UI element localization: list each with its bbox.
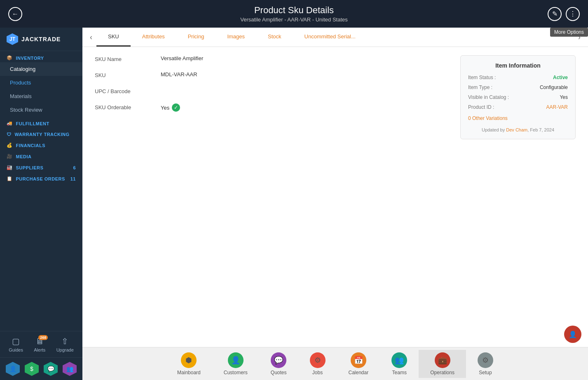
more-options-tooltip: More Options [550,28,588,37]
alerts-button[interactable]: 268 🖥 Alerts [34,337,45,352]
sku-value: MDL-VAR-AAR [161,71,197,77]
sidebar-item-cataloging[interactable]: Cataloging [0,62,82,76]
person-icon[interactable]: 👤 [6,362,20,376]
nav-customers[interactable]: 👤 Customers [212,350,259,378]
chat-icon[interactable]: 💬 [44,362,58,376]
alerts-badge: 268 [38,335,48,340]
logo-text: JACKTRADE [21,36,61,42]
customers-label: Customers [224,370,248,375]
sku-name-value: Versatile Amplifier [161,55,203,61]
content-area: ‹ SKU Attributes Pricing Images Stock Un… [82,28,588,380]
suppliers-icon: 🏭 [7,165,13,170]
sku-label: SKU [95,71,161,78]
form-content: SKU Name Versatile Amplifier SKU MDL-VAR… [82,47,588,347]
more-icon: ⋮ [569,10,576,18]
product-id-value[interactable]: AAR-VAR [546,104,568,110]
item-info-card: Item Information Item Status : Active It… [460,55,576,139]
purchase-orders-label: Purchase Orders [16,176,65,181]
sidebar-item-fulfillment[interactable]: 🚚 Fulfillment [0,117,82,128]
customers-icon: 👤 [228,352,244,368]
sidebar-item-financials[interactable]: 💰 Financials [0,138,82,150]
sku-orderable-label: SKU Orderable [95,103,161,110]
sidebar-item-stock-review[interactable]: Stock Review [0,103,82,117]
media-icon: 🎥 [7,154,13,159]
sidebar-item-products[interactable]: Products [0,76,82,89]
sidebar-item-suppliers[interactable]: 🏭 Suppliers 6 [0,161,82,172]
guides-icon: ▢ [12,336,20,346]
tabs-bar: ‹ SKU Attributes Pricing Images Stock Un… [82,28,588,47]
nav-quotes[interactable]: 💬 Quotes [259,350,298,378]
dollar-icon[interactable]: $ [25,362,39,376]
mainboard-label: Mainboard [177,370,201,375]
edit-button[interactable]: ✎ [548,7,562,21]
header-actions: ✎ ⋮ [548,7,580,21]
mainboard-icon: ⬢ [181,352,197,368]
tab-pricing[interactable]: Pricing [176,28,216,47]
warranty-icon: 🛡 [7,132,12,137]
field-sku-name: SKU Name Versatile Amplifier [95,55,448,62]
back-button[interactable]: ← [8,7,22,21]
info-row-catalog: Visible in Catalog : Yes [468,94,568,100]
sidebar-logo: JT JACKTRADE [0,28,82,51]
nav-operations[interactable]: 💼 Operations [419,350,466,378]
sidebar-item-warranty-tracking[interactable]: 🛡 Warranty Tracking [0,128,82,138]
cataloging-label: Cataloging [10,66,35,72]
item-type-label: Item Type : [468,84,492,90]
info-row-type: Item Type : Configurable [468,84,568,90]
sidebar: JT JACKTRADE 📦 Inventory Cataloging Prod… [0,28,82,380]
nav-calendar[interactable]: 📅 Calendar [337,350,380,378]
variations-link[interactable]: 0 Other Variations [468,115,508,121]
back-icon: ← [12,10,19,18]
sidebar-item-purchase-orders[interactable]: 📋 Purchase Orders 11 [0,172,82,183]
operations-label: Operations [430,370,454,375]
updated-by[interactable]: Dev Cham [506,127,527,132]
nav-teams[interactable]: 👥 Teams [380,350,419,378]
more-options-button[interactable]: ⋮ [566,7,580,21]
main-layout: JT JACKTRADE 📦 Inventory Cataloging Prod… [0,28,588,380]
visible-catalog-label: Visible in Catalog : [468,94,509,100]
tab-attributes[interactable]: Attributes [131,28,176,47]
setup-label: Setup [479,370,492,375]
calendar-icon: 📅 [351,352,366,368]
fulfillment-icon: 🚚 [7,121,13,126]
suppliers-badge: 6 [73,165,76,170]
tab-stock[interactable]: Stock [256,28,293,47]
tab-uncommitted-serial[interactable]: Uncommitted Serial... [293,28,367,47]
upgrade-button[interactable]: ⇧ Upgrade [56,336,74,352]
financials-label: Financials [16,143,46,148]
upgrade-icon: ⇧ [61,336,68,346]
guides-button[interactable]: ▢ Guides [9,336,23,352]
jobs-label: Jobs [312,370,323,375]
page-title: Product Sku Details [25,5,563,16]
teams-label: Teams [392,370,407,375]
item-status-value: Active [553,75,568,80]
tab-prev-button[interactable]: ‹ [86,30,96,45]
operations-icon: 💼 [435,352,450,368]
orderable-check-icon: ✓ [172,103,180,112]
info-row-product-id: Product ID : AAR-VAR [468,104,568,110]
tab-images[interactable]: Images [216,28,256,47]
sidebar-bottom: ▢ Guides 268 🖥 Alerts ⇧ Upgrade [0,331,82,357]
upgrade-label: Upgrade [56,347,74,352]
setup-icon: ⚙ [478,352,493,368]
alerts-label: Alerts [34,347,45,352]
sidebar-item-inventory[interactable]: 📦 Inventory [0,51,82,62]
product-id-label: Product ID : [468,104,494,110]
tab-sku[interactable]: SKU [96,28,131,47]
top-header: ← Product Sku Details Versatile Amplifie… [0,0,588,28]
warranty-label: Warranty Tracking [15,132,70,137]
edit-icon: ✎ [552,10,558,18]
nav-setup[interactable]: ⚙ Setup [466,350,505,378]
form-left: SKU Name Versatile Amplifier SKU MDL-VAR… [95,55,460,339]
info-panel: Item Information Item Status : Active It… [460,55,576,339]
item-info-title: Item Information [468,62,568,69]
nav-mainboard[interactable]: ⬢ Mainboard [166,350,212,378]
upc-label: UPC / Barcode [95,87,161,94]
group-icon[interactable]: 👥 [63,362,77,376]
products-label: Products [10,80,31,86]
user-avatar[interactable]: 👤 [564,326,581,343]
sidebar-item-materials[interactable]: Materials [0,89,82,103]
nav-jobs[interactable]: ⚙ Jobs [298,350,337,378]
inventory-label: Inventory [16,56,44,61]
sidebar-item-media[interactable]: 🎥 Media [0,150,82,161]
